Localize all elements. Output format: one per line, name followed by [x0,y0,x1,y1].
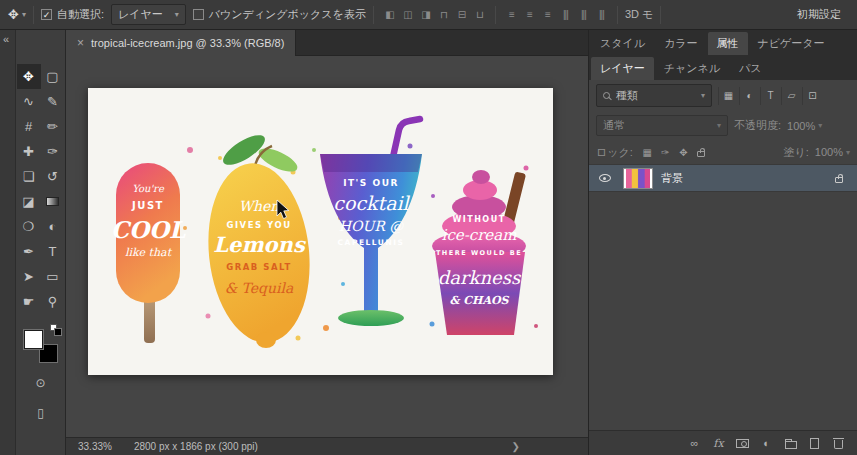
layer-style-button[interactable]: fx [708,434,729,453]
blend-mode-dropdown[interactable]: 通常 [596,115,728,136]
opacity-field[interactable]: 100% [787,120,822,132]
hand-tool[interactable]: ☛ [17,289,41,314]
lemon-text: GIVES YOU [226,220,291,230]
layer-list-empty-area[interactable] [589,192,857,430]
mode-3d-label[interactable]: 3D モ [625,7,653,22]
gradient-tool-shape [46,197,59,206]
history-brush-tool[interactable]: ↺ [41,164,65,189]
brush-tool[interactable]: ✑ [41,139,65,164]
eyedropper-tool[interactable]: ✏ [41,114,65,139]
collapse-toolbar-button[interactable]: « [0,30,15,45]
clone-stamp-tool[interactable]: ❏ [17,164,41,189]
tab-paths[interactable]: パス [730,57,771,80]
auto-select-target-dropdown[interactable]: レイヤー [111,4,186,25]
auto-select-checkbox[interactable] [41,9,52,20]
foreground-color-swatch[interactable] [24,330,43,349]
align-top-edges-icon[interactable]: ⊓ [435,6,452,24]
default-colors-icon[interactable] [50,324,57,331]
align-right-edges-icon[interactable]: ◨ [417,6,434,24]
lock-image-pixels-button[interactable]: ✑ [657,144,674,160]
lemon-text: When [239,198,281,214]
eraser-tool[interactable]: ◪ [17,189,41,214]
status-chevron-icon[interactable]: ❯ [512,441,520,452]
document-area: × tropical-icecream.jpg @ 33.3% (RGB/8) [66,30,588,455]
document-tab[interactable]: × tropical-icecream.jpg @ 33.3% (RGB/8) [66,30,296,56]
gradient-tool[interactable] [41,189,65,214]
tool-preset-button[interactable]: ✥ ▾ [8,7,26,22]
filter-smart-objects-button[interactable]: ⊡ [802,87,822,105]
distribute-icon-group: ≡≡≡||||||||| [503,6,610,24]
icecream-text: darkness [438,267,522,288]
marquee-tool[interactable]: ▢ [41,64,65,89]
screen-mode-button[interactable]: ▯ [29,402,53,424]
add-layer-mask-button[interactable] [732,434,753,453]
align-vertical-centers-icon[interactable]: ⊟ [453,6,470,24]
tab-navigator[interactable]: ナビゲーター [749,32,834,55]
close-icon[interactable]: × [77,36,84,50]
align-left-edges-icon[interactable]: ◧ [381,6,398,24]
tab-properties[interactable]: 属性 [708,32,748,55]
filter-shape-layers-button[interactable]: ▱ [781,87,801,105]
move-tool[interactable]: ✥ [17,64,41,89]
quick-mask-button[interactable]: ⊙ [29,372,53,394]
divider [495,6,496,24]
distribute-vertical-centers-icon[interactable]: ≡ [521,6,538,24]
type-tool[interactable]: T [41,239,65,264]
document-canvas[interactable]: You're JUST COOL like that When GIVES YO… [88,88,553,375]
tab-channels[interactable]: チャンネル [655,57,729,80]
bounding-box-checkbox[interactable] [193,9,204,20]
canvas-surround[interactable]: You're JUST COOL like that When GIVES YO… [66,56,588,437]
distribute-horizontal-centers-icon[interactable]: ||| [575,6,592,24]
pen-tool[interactable]: ✒ [17,239,41,264]
layer-row-background[interactable]: 背景 [589,164,857,192]
align-bottom-edges-icon[interactable]: ⊔ [471,6,488,24]
align-horizontal-centers-icon[interactable]: ◫ [399,6,416,24]
distribute-right-edges-icon[interactable]: ||| [593,6,610,24]
shape-tool[interactable]: ▭ [41,264,65,289]
new-layer-button-shape [810,438,819,449]
eye-icon [599,174,611,182]
filter-type-layers-button[interactable]: T [760,87,780,105]
lock-all-button[interactable] [693,144,710,160]
panel-tab-group-1: スタイルカラー属性ナビゲーター [589,30,857,55]
layer-filter-dropdown[interactable]: 種類 [596,84,712,107]
lock-position-button[interactable]: ✥ [675,144,692,160]
dodge-tool[interactable]: ◐ [41,214,65,239]
filter-pixel-layers-button[interactable]: ▦ [718,87,738,105]
crop-tool[interactable]: # [17,114,41,139]
tab-styles[interactable]: スタイル [591,32,654,55]
distribute-top-edges-icon[interactable]: ≡ [503,6,520,24]
photoshop-window: ✥ ▾ 自動選択: レイヤー バウンディングボックスを表示 ◧◫◨⊓⊟⊔ ≡≡≡… [0,0,857,455]
new-group-button[interactable] [780,434,801,453]
auto-select-target-value: レイヤー [118,7,163,22]
layer-thumbnail[interactable] [623,168,653,189]
quick-selection-tool[interactable]: ✎ [41,89,65,114]
workspace-switcher-button[interactable]: 初期設定 [789,5,849,24]
spot-healing-tool[interactable]: ✚ [17,139,41,164]
zoom-tool[interactable]: ⚲ [41,289,65,314]
opacity-label: 不透明度: [734,118,781,133]
lock-transparent-pixels-button[interactable]: ▦ [639,144,656,160]
new-adjustment-layer-button[interactable]: ◐ [756,434,777,453]
filter-adjustment-layers-button[interactable]: ◐ [739,87,759,105]
lock-fill-row: ロック: ▦✑✥ 塗り: 100% [589,140,857,164]
path-selection-tool[interactable]: ➤ [17,264,41,289]
document-tab-title: tropical-icecream.jpg @ 33.3% (RGB/8) [91,37,284,49]
lock-all-button-shape [697,151,705,157]
panel-tab-group-2: レイヤーチャンネルパス [589,55,857,80]
opacity-value: 100% [787,120,815,132]
delete-layer-button[interactable] [828,434,849,453]
tab-layers[interactable]: レイヤー [591,57,654,80]
tab-color[interactable]: カラー [655,32,707,55]
layer-visibility-toggle[interactable] [595,174,615,182]
zoom-level-field[interactable]: 33.33% [78,441,112,452]
link-layers-button[interactable]: ∞ [684,434,705,453]
add-layer-mask-button-shape [736,439,749,448]
distribute-left-edges-icon[interactable]: ||| [557,6,574,24]
lasso-tool[interactable]: ∿ [17,89,41,114]
move-tool-icon: ✥ [8,7,19,22]
fill-field[interactable]: 100% [815,146,850,158]
distribute-bottom-edges-icon[interactable]: ≡ [539,6,556,24]
blur-tool[interactable]: ❍ [17,214,41,239]
new-layer-button[interactable] [804,434,825,453]
